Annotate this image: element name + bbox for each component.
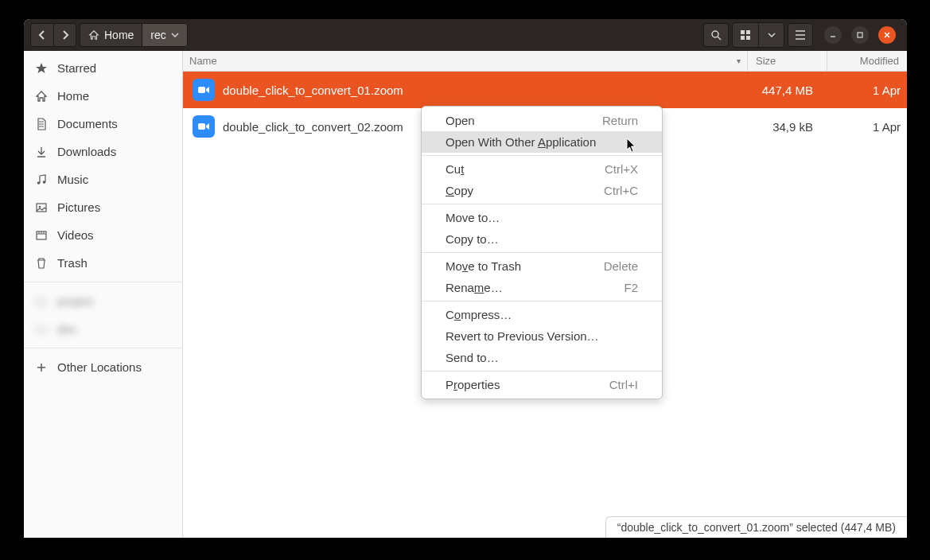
col-name-header[interactable]: Name ▾ (183, 51, 748, 71)
cm-revert[interactable]: Revert to Previous Version… (422, 325, 662, 347)
view-mode-group (732, 22, 784, 48)
home-icon (35, 90, 48, 103)
picture-icon (35, 201, 48, 214)
nav-buttons (30, 23, 76, 47)
cm-properties[interactable]: Properties Ctrl+I (422, 374, 662, 395)
sidebar-item-label: Starred (57, 61, 96, 75)
sidebar-item-pictures[interactable]: Pictures (24, 193, 182, 221)
cm-cut[interactable]: Cut Ctrl+X (422, 158, 662, 180)
search-icon (710, 29, 722, 41)
sidebar-item-documents[interactable]: Documents (24, 110, 182, 138)
sidebar-item-music[interactable]: Music (24, 165, 182, 193)
sidebar-item-masked[interactable]: project (24, 287, 182, 315)
svg-rect-1 (741, 30, 745, 34)
svg-point-7 (43, 181, 46, 184)
search-button[interactable] (703, 23, 729, 47)
document-icon (35, 118, 48, 130)
file-size: 447,4 MB (748, 84, 827, 97)
sidebar-item-label: Documents (57, 117, 118, 130)
back-button[interactable] (31, 24, 53, 46)
home-icon (88, 29, 99, 41)
folder-icon (35, 323, 48, 336)
sidebar-item-other-locations[interactable]: Other Locations (24, 353, 182, 381)
separator (422, 252, 662, 253)
grid-icon (740, 29, 751, 41)
svg-rect-12 (198, 123, 205, 130)
titlebar: Home rec (24, 19, 907, 51)
sidebar-item-masked[interactable]: dev (24, 315, 182, 343)
forward-button[interactable] (53, 24, 76, 46)
separator (422, 155, 662, 156)
cm-send-to[interactable]: Send to… (422, 347, 662, 368)
breadcrumb-home-label: Home (104, 29, 134, 41)
minimize-icon (829, 31, 837, 39)
sidebar-item-label: Trash (57, 256, 88, 270)
svg-rect-3 (741, 36, 745, 40)
breadcrumb-current[interactable]: rec (142, 24, 186, 46)
zoom-file-icon (193, 115, 215, 138)
sidebar-item-trash[interactable]: Trash (24, 249, 182, 277)
sidebar-item-label: Videos (57, 228, 94, 242)
file-row[interactable]: double_click_to_convert_01.zoom 447,4 MB… (183, 72, 907, 108)
sidebar-item-label: Downloads (57, 145, 116, 158)
sidebar-item-label: Other Locations (57, 360, 142, 374)
file-modified: 1 Apr (827, 84, 907, 97)
video-icon (35, 229, 48, 242)
cm-open[interactable]: Open Return (422, 110, 662, 131)
sidebar-item-home[interactable]: Home (24, 82, 182, 110)
window-controls (824, 26, 896, 44)
sidebar-item-downloads[interactable]: Downloads (24, 138, 182, 165)
sort-indicator-icon: ▾ (737, 56, 741, 65)
context-menu: Open Return Open With Other Application … (421, 106, 663, 399)
cm-copy-to[interactable]: Copy to… (422, 228, 662, 250)
separator (422, 371, 662, 371)
cm-move-to-trash[interactable]: Move to Trash Delete (422, 255, 662, 277)
cm-copy[interactable]: Copy Ctrl+C (422, 180, 662, 201)
close-icon (883, 31, 891, 39)
svg-point-9 (39, 205, 41, 208)
file-manager-window: Home rec Starred (24, 19, 907, 538)
close-button[interactable] (878, 26, 896, 44)
separator (422, 301, 662, 301)
svg-point-0 (712, 31, 718, 37)
list-header: Name ▾ Size Modified (183, 51, 907, 72)
chevron-down-icon (768, 33, 776, 37)
minimize-button[interactable] (824, 26, 842, 44)
breadcrumb: Home rec (80, 23, 188, 47)
music-icon (35, 173, 48, 186)
sidebar-item-label: Music (57, 173, 88, 186)
svg-rect-11 (198, 87, 205, 93)
breadcrumb-home[interactable]: Home (80, 24, 142, 46)
cm-compress[interactable]: Compress… (422, 304, 662, 325)
col-size-header[interactable]: Size (748, 51, 827, 71)
svg-rect-5 (858, 33, 862, 37)
star-icon (35, 62, 48, 75)
folder-icon (35, 295, 48, 308)
file-name: double_click_to_convert_01.zoom (223, 84, 748, 97)
svg-point-6 (37, 181, 41, 185)
trash-icon (35, 257, 48, 270)
breadcrumb-current-label: rec (150, 29, 165, 41)
col-modified-header[interactable]: Modified (827, 51, 907, 71)
grid-view-button[interactable] (733, 23, 758, 47)
status-bar: “double_click_to_convert_01.zoom” select… (605, 516, 907, 538)
sidebar: Starred Home Documents Downloads Music (24, 51, 183, 538)
cm-rename[interactable]: Rename… F2 (422, 277, 662, 298)
maximize-button[interactable] (851, 26, 869, 44)
file-modified: 1 Apr (827, 120, 907, 134)
hamburger-menu-button[interactable] (788, 23, 813, 47)
download-icon (35, 146, 48, 158)
file-size: 34,9 kB (748, 120, 827, 134)
plus-icon (35, 361, 48, 374)
sidebar-item-starred[interactable]: Starred (24, 54, 182, 82)
maximize-icon (856, 31, 864, 39)
cm-open-with-other[interactable]: Open With Other Application (422, 131, 662, 153)
cm-move-to[interactable]: Move to… (422, 207, 662, 228)
hamburger-icon (795, 30, 806, 40)
sidebar-item-videos[interactable]: Videos (24, 221, 182, 249)
sidebar-item-label: Pictures (57, 200, 100, 214)
status-text: “double_click_to_convert_01.zoom” select… (617, 521, 896, 534)
zoom-file-icon (193, 79, 215, 101)
view-dropdown-button[interactable] (758, 23, 784, 47)
svg-rect-4 (746, 36, 750, 40)
